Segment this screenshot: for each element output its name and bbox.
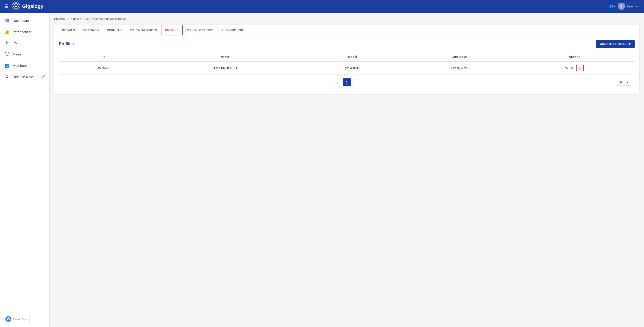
create-profile-plus-icon: ⊕: [628, 42, 631, 46]
profiles-section: Profiles CREATE PROFILE ⊕ Id Name Model …: [54, 36, 639, 94]
edit-profile-icon[interactable]: ✏: [571, 66, 574, 70]
col-header-name: Name: [149, 52, 300, 62]
prev-page-button[interactable]: ‹: [334, 79, 342, 86]
sidebar-label-release-note: Release Note: [13, 75, 38, 79]
logo-area: Gigalogy: [12, 2, 43, 10]
sidebar-label-dashboard: Dashboard: [13, 19, 45, 22]
main-layout: ▦ Dashboard 👍 Personalizer 👁 CV 💬 Maira …: [0, 13, 644, 327]
tabs-bar: DETAILS SETTINGS INSIGHTS MAIRA DATASETS…: [54, 25, 639, 36]
col-header-actions: Actions: [514, 52, 635, 62]
create-profile-label: CREATE PROFILE: [600, 42, 627, 46]
recaptcha-logo-icon: [5, 316, 12, 322]
profile-name-cell[interactable]: TEST PROFILE 1: [149, 62, 300, 75]
cv-icon: 👁: [4, 40, 10, 45]
profile-actions-cell: 👁 ✏ 🗑: [514, 62, 635, 75]
user-name: Rawmy: [626, 4, 637, 8]
top-navigation: ☰ Gigalogy 🌐 ▾ R Rawmy ▾: [0, 0, 644, 13]
hamburger-icon[interactable]: ☰: [4, 4, 8, 9]
view-profile-icon[interactable]: 👁: [565, 66, 569, 70]
tab-maira-datasets[interactable]: MAIRA DATASETS: [126, 25, 161, 36]
col-header-created-at: Created At: [405, 52, 514, 62]
svg-point-1: [15, 3, 17, 4]
svg-point-6: [17, 4, 18, 5]
pagination-controls: ‹ 1 ›: [334, 78, 360, 86]
sidebar-item-release-note[interactable]: ⚙ Release Note 🔗: [0, 71, 50, 82]
tab-profile[interactable]: PROFILE: [161, 25, 183, 36]
col-header-id: Id: [59, 52, 149, 62]
logo-text: Gigalogy: [22, 4, 43, 9]
sidebar-label-maira: Maira: [13, 52, 45, 56]
sidebar-item-personalizer[interactable]: 👍 Personalizer: [0, 26, 50, 38]
sidebar-item-maira[interactable]: 💬 Maira: [0, 48, 50, 60]
maira-icon: 💬: [4, 52, 10, 56]
profile-model-cell: gpt-4-0613: [300, 62, 405, 75]
svg-point-3: [13, 6, 14, 7]
personalizer-icon: 👍: [4, 29, 10, 34]
language-selector[interactable]: 🌐 ▾: [609, 4, 615, 8]
gigalogy-logo-icon: [12, 2, 20, 10]
tab-settings[interactable]: SETTINGS: [79, 25, 103, 36]
svg-point-9: [15, 6, 17, 7]
profiles-title: Profiles: [59, 42, 74, 46]
breadcrumb-projects[interactable]: Projects: [54, 17, 65, 20]
dashboard-icon: ▦: [4, 18, 10, 23]
profile-created-at-cell: Oct 9, 2024: [405, 62, 514, 75]
tab-maira-settings[interactable]: MAIRA SETTINGS: [183, 25, 217, 36]
delete-profile-button[interactable]: 🗑: [576, 65, 584, 71]
release-note-icon: ⚙: [4, 74, 10, 79]
create-profile-button[interactable]: CREATE PROFILE ⊕: [596, 40, 635, 48]
sidebar-label-cv: CV: [13, 41, 45, 45]
sidebar-label-members: Members: [13, 64, 45, 68]
profiles-header: Profiles CREATE PROFILE ⊕: [59, 40, 635, 48]
main-card: DETAILS SETTINGS INSIGHTS MAIRA DATASETS…: [54, 24, 640, 95]
next-page-button[interactable]: ›: [352, 79, 360, 86]
svg-point-4: [18, 6, 20, 7]
svg-point-11: [8, 319, 9, 320]
sidebar-item-dashboard[interactable]: ▦ Dashboard: [0, 15, 50, 26]
svg-point-5: [14, 4, 15, 5]
page-1-button[interactable]: 1: [343, 78, 351, 86]
recaptcha-text: Privacy · Terms: [13, 318, 27, 321]
privacy-terms-text: Privacy · Terms: [13, 318, 27, 321]
sidebar-item-members[interactable]: 👥 Members: [0, 60, 50, 71]
user-chevron: ▾: [638, 5, 640, 8]
language-chevron: ▾: [614, 5, 615, 8]
members-icon: 👥: [4, 63, 10, 68]
content-area: Projects ➔ f8ddce47-20c3-4d00-a6ee-d4007…: [50, 13, 644, 327]
globe-icon: 🌐: [609, 4, 613, 8]
tab-playground[interactable]: PLAYGROUND: [217, 25, 247, 36]
breadcrumb-project-id: f8ddce47-20c3-4d00-a6ee-d4007ea1ee9e: [71, 17, 126, 20]
svg-point-7: [14, 8, 15, 8]
svg-point-2: [15, 8, 17, 10]
profiles-table: Id Name Model Created At Actions ff77622…: [59, 52, 635, 75]
nav-right: 🌐 ▾ R Rawmy ▾: [609, 3, 640, 10]
tab-insights[interactable]: INSIGHTS: [103, 25, 126, 36]
recaptcha-badge: Privacy · Terms: [3, 314, 30, 324]
svg-point-8: [17, 8, 18, 8]
sidebar-item-cv[interactable]: 👁 CV: [0, 38, 50, 48]
table-row: ff776225 TEST PROFILE 1 gpt-4-0613 Oct 9…: [59, 62, 635, 75]
sidebar-bottom: Privacy · Terms: [0, 311, 50, 327]
avatar: R: [618, 3, 625, 10]
per-page-select[interactable]: 10 25 50 100: [616, 79, 630, 86]
tab-details[interactable]: DETAILS: [58, 25, 79, 36]
sidebar: ▦ Dashboard 👍 Personalizer 👁 CV 💬 Maira …: [0, 13, 50, 327]
sidebar-label-personalizer: Personalizer: [13, 30, 45, 34]
per-page-wrapper: 10 25 50 100: [616, 79, 630, 86]
breadcrumb: Projects ➔ f8ddce47-20c3-4d00-a6ee-d4007…: [54, 17, 640, 20]
breadcrumb-arrow: ➔: [66, 17, 69, 20]
profile-id-cell: ff776225: [59, 62, 149, 75]
pagination-area: ‹ 1 › 10 25 50 100: [59, 75, 635, 90]
external-link-icon: 🔗: [41, 75, 45, 78]
col-header-model: Model: [300, 52, 405, 62]
table-header-row: Id Name Model Created At Actions: [59, 52, 635, 62]
user-menu[interactable]: R Rawmy ▾: [618, 3, 640, 10]
